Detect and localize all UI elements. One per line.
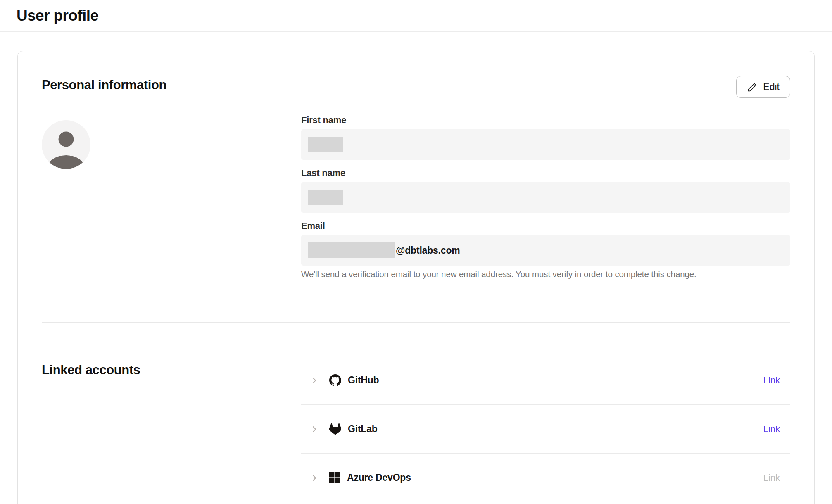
github-icon: [329, 374, 341, 386]
linked-accounts-heading-column: Linked accounts: [42, 323, 301, 502]
email-label: Email: [301, 220, 790, 231]
last-name-redacted-value: [308, 190, 343, 205]
chevron-right-icon[interactable]: [309, 376, 319, 385]
provider-name: GitHub: [348, 375, 379, 386]
email-field[interactable]: @dbtlabs.com: [301, 235, 790, 266]
page-header: User profile: [0, 0, 832, 32]
last-name-field[interactable]: [301, 182, 790, 213]
avatar-head: [59, 132, 74, 147]
last-name-label: Last name: [301, 167, 790, 178]
first-name-group: First name: [301, 114, 790, 160]
gitlab-icon: [329, 423, 341, 435]
azure-devops-link-action: Link: [763, 473, 790, 483]
edit-button-label: Edit: [763, 81, 780, 93]
page-title: User profile: [17, 7, 98, 24]
linked-account-row-gitlab: GitLab Link: [301, 405, 790, 454]
first-name-field[interactable]: [301, 129, 790, 160]
avatar-column: [42, 114, 301, 287]
profile-card: Personal information Edit First name: [17, 51, 815, 504]
linked-accounts-list: GitHub Link GitLab Link: [301, 356, 790, 502]
chevron-right-icon[interactable]: [309, 473, 319, 483]
github-link-action[interactable]: Link: [763, 375, 790, 386]
personal-info-fields: First name Last name Email @dbtlabs.com …: [301, 114, 790, 287]
chevron-right-icon[interactable]: [309, 424, 319, 434]
first-name-redacted-value: [308, 137, 343, 152]
linked-account-row-github: GitHub Link: [301, 356, 790, 405]
pencil-icon: [747, 82, 758, 93]
email-group: Email @dbtlabs.com We'll send a verifica…: [301, 220, 790, 279]
azure-devops-icon: [329, 472, 340, 483]
email-redacted-value: [308, 242, 395, 258]
provider-name: GitLab: [348, 423, 378, 435]
edit-button[interactable]: Edit: [736, 76, 790, 98]
email-domain-suffix: @dbtlabs.com: [396, 245, 460, 256]
email-helper-text: We'll send a verification email to your …: [301, 269, 790, 279]
first-name-label: First name: [301, 114, 790, 126]
last-name-group: Last name: [301, 167, 790, 213]
avatar: [42, 120, 90, 169]
avatar-shoulders: [47, 155, 86, 169]
linked-accounts-heading: Linked accounts: [42, 363, 301, 378]
provider-name: Azure DevOps: [347, 472, 411, 483]
personal-information-heading: Personal information: [42, 78, 166, 93]
linked-account-row-azure-devops: Azure DevOps Link: [301, 454, 790, 502]
gitlab-link-action[interactable]: Link: [763, 424, 790, 435]
